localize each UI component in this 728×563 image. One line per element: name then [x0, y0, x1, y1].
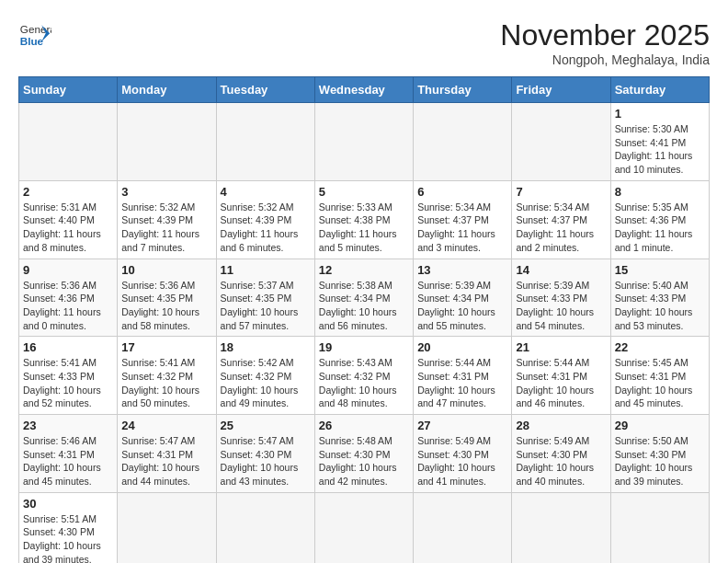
- calendar-row: 30 Sunrise: 5:51 AMSunset: 4:30 PMDaylig…: [19, 492, 710, 563]
- table-row: 30 Sunrise: 5:51 AMSunset: 4:30 PMDaylig…: [19, 492, 118, 563]
- day-number: 18: [221, 340, 311, 354]
- day-info: Sunrise: 5:39 AMSunset: 4:34 PMDaylight:…: [417, 279, 507, 333]
- table-row: [512, 492, 610, 563]
- day-number: 1: [615, 107, 705, 121]
- table-row: 8 Sunrise: 5:35 AMSunset: 4:36 PMDayligh…: [610, 180, 709, 259]
- calendar-row: 16 Sunrise: 5:41 AMSunset: 4:33 PMDaylig…: [19, 337, 710, 415]
- table-row: 19 Sunrise: 5:43 AMSunset: 4:32 PMDaylig…: [314, 337, 413, 415]
- day-info: Sunrise: 5:47 AMSunset: 4:31 PMDaylight:…: [121, 434, 211, 488]
- day-number: 8: [615, 185, 705, 199]
- day-info: Sunrise: 5:44 AMSunset: 4:31 PMDaylight:…: [417, 356, 507, 410]
- day-number: 4: [221, 185, 311, 199]
- day-number: 10: [121, 263, 211, 277]
- table-row: 23 Sunrise: 5:46 AMSunset: 4:31 PMDaylig…: [19, 415, 118, 493]
- day-info: Sunrise: 5:41 AMSunset: 4:33 PMDaylight:…: [23, 356, 113, 410]
- table-row: 21 Sunrise: 5:44 AMSunset: 4:31 PMDaylig…: [512, 337, 610, 415]
- day-info: Sunrise: 5:32 AMSunset: 4:39 PMDaylight:…: [221, 201, 311, 255]
- day-number: 27: [417, 419, 507, 432]
- header-wednesday: Wednesday: [314, 77, 413, 103]
- table-row: 28 Sunrise: 5:49 AMSunset: 4:30 PMDaylig…: [512, 415, 610, 493]
- day-info: Sunrise: 5:37 AMSunset: 4:35 PMDaylight:…: [221, 279, 311, 333]
- day-info: Sunrise: 5:41 AMSunset: 4:32 PMDaylight:…: [121, 356, 211, 410]
- table-row: 9 Sunrise: 5:36 AMSunset: 4:36 PMDayligh…: [19, 259, 118, 337]
- table-row: [314, 492, 413, 563]
- month-title: November 2025: [500, 18, 710, 52]
- subtitle: Nongpoh, Meghalaya, India: [500, 52, 710, 67]
- table-row: 16 Sunrise: 5:41 AMSunset: 4:33 PMDaylig…: [19, 337, 118, 415]
- page-header: General Blue November 2025 Nongpoh, Megh…: [18, 18, 710, 67]
- table-row: [610, 492, 709, 563]
- day-info: Sunrise: 5:48 AMSunset: 4:30 PMDaylight:…: [319, 434, 409, 488]
- weekday-header-row: Sunday Monday Tuesday Wednesday Thursday…: [19, 77, 710, 103]
- day-number: 21: [516, 340, 606, 354]
- table-row: 25 Sunrise: 5:47 AMSunset: 4:30 PMDaylig…: [216, 415, 314, 493]
- day-info: Sunrise: 5:44 AMSunset: 4:31 PMDaylight:…: [516, 356, 606, 410]
- day-info: Sunrise: 5:36 AMSunset: 4:35 PMDaylight:…: [121, 279, 211, 333]
- header-sunday: Sunday: [19, 77, 118, 103]
- table-row: [118, 103, 216, 181]
- calendar-row: 2 Sunrise: 5:31 AMSunset: 4:40 PMDayligh…: [19, 180, 710, 259]
- table-row: [314, 103, 413, 181]
- table-row: [216, 492, 314, 563]
- day-info: Sunrise: 5:47 AMSunset: 4:30 PMDaylight:…: [221, 434, 311, 488]
- day-number: 13: [417, 263, 507, 277]
- svg-text:Blue: Blue: [20, 35, 44, 47]
- table-row: 20 Sunrise: 5:44 AMSunset: 4:31 PMDaylig…: [414, 337, 512, 415]
- day-info: Sunrise: 5:31 AMSunset: 4:40 PMDaylight:…: [23, 201, 113, 255]
- table-row: 7 Sunrise: 5:34 AMSunset: 4:37 PMDayligh…: [512, 180, 610, 259]
- calendar-row: 23 Sunrise: 5:46 AMSunset: 4:31 PMDaylig…: [19, 415, 710, 493]
- day-number: 6: [417, 185, 507, 199]
- day-info: Sunrise: 5:34 AMSunset: 4:37 PMDaylight:…: [417, 201, 507, 255]
- day-info: Sunrise: 5:50 AMSunset: 4:30 PMDaylight:…: [615, 434, 705, 488]
- table-row: 1 Sunrise: 5:30 AMSunset: 4:41 PMDayligh…: [610, 103, 709, 181]
- day-number: 29: [615, 419, 705, 432]
- calendar: Sunday Monday Tuesday Wednesday Thursday…: [18, 76, 710, 563]
- day-info: Sunrise: 5:46 AMSunset: 4:31 PMDaylight:…: [23, 434, 113, 488]
- table-row: [118, 492, 216, 563]
- day-number: 11: [221, 263, 311, 277]
- table-row: 14 Sunrise: 5:39 AMSunset: 4:33 PMDaylig…: [512, 259, 610, 337]
- logo: General Blue: [18, 18, 51, 52]
- table-row: 2 Sunrise: 5:31 AMSunset: 4:40 PMDayligh…: [19, 180, 118, 259]
- header-saturday: Saturday: [610, 77, 709, 103]
- day-info: Sunrise: 5:42 AMSunset: 4:32 PMDaylight:…: [221, 356, 311, 410]
- table-row: 3 Sunrise: 5:32 AMSunset: 4:39 PMDayligh…: [118, 180, 216, 259]
- day-number: 9: [23, 263, 113, 277]
- header-thursday: Thursday: [414, 77, 512, 103]
- day-number: 30: [23, 497, 113, 511]
- day-number: 15: [615, 263, 705, 277]
- day-info: Sunrise: 5:49 AMSunset: 4:30 PMDaylight:…: [516, 434, 606, 488]
- table-row: 22 Sunrise: 5:45 AMSunset: 4:31 PMDaylig…: [610, 337, 709, 415]
- day-number: 5: [319, 185, 409, 199]
- table-row: 12 Sunrise: 5:38 AMSunset: 4:34 PMDaylig…: [314, 259, 413, 337]
- day-info: Sunrise: 5:35 AMSunset: 4:36 PMDaylight:…: [615, 201, 705, 255]
- table-row: 26 Sunrise: 5:48 AMSunset: 4:30 PMDaylig…: [314, 415, 413, 493]
- day-info: Sunrise: 5:30 AMSunset: 4:41 PMDaylight:…: [615, 122, 705, 177]
- table-row: 15 Sunrise: 5:40 AMSunset: 4:33 PMDaylig…: [610, 259, 709, 337]
- table-row: 4 Sunrise: 5:32 AMSunset: 4:39 PMDayligh…: [216, 180, 314, 259]
- day-number: 22: [615, 340, 705, 354]
- day-info: Sunrise: 5:36 AMSunset: 4:36 PMDaylight:…: [23, 279, 113, 333]
- table-row: 17 Sunrise: 5:41 AMSunset: 4:32 PMDaylig…: [118, 337, 216, 415]
- table-row: 6 Sunrise: 5:34 AMSunset: 4:37 PMDayligh…: [414, 180, 512, 259]
- day-number: 2: [23, 185, 113, 199]
- header-monday: Monday: [118, 77, 216, 103]
- table-row: 5 Sunrise: 5:33 AMSunset: 4:38 PMDayligh…: [314, 180, 413, 259]
- day-number: 7: [516, 185, 606, 199]
- day-number: 16: [23, 340, 113, 354]
- day-number: 24: [121, 419, 211, 432]
- day-number: 19: [319, 340, 409, 354]
- day-info: Sunrise: 5:45 AMSunset: 4:31 PMDaylight:…: [615, 356, 705, 410]
- calendar-row: 1 Sunrise: 5:30 AMSunset: 4:41 PMDayligh…: [19, 103, 710, 181]
- day-info: Sunrise: 5:40 AMSunset: 4:33 PMDaylight:…: [615, 279, 705, 333]
- table-row: [512, 103, 610, 181]
- table-row: [19, 103, 118, 181]
- header-friday: Friday: [512, 77, 610, 103]
- logo-icon: General Blue: [18, 18, 51, 52]
- day-number: 28: [516, 419, 606, 432]
- day-info: Sunrise: 5:33 AMSunset: 4:38 PMDaylight:…: [319, 201, 409, 255]
- table-row: 13 Sunrise: 5:39 AMSunset: 4:34 PMDaylig…: [414, 259, 512, 337]
- day-info: Sunrise: 5:32 AMSunset: 4:39 PMDaylight:…: [121, 201, 211, 255]
- day-number: 17: [121, 340, 211, 354]
- table-row: 10 Sunrise: 5:36 AMSunset: 4:35 PMDaylig…: [118, 259, 216, 337]
